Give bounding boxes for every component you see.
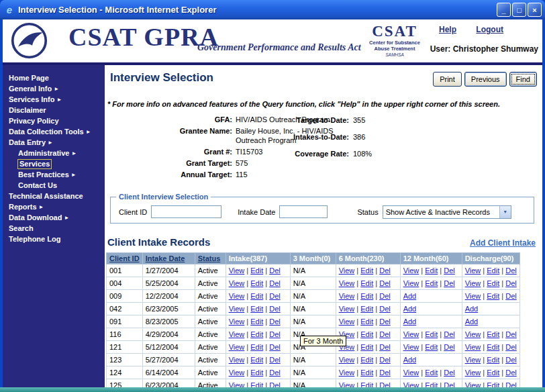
del-link[interactable]: Del — [379, 356, 391, 364]
edit-link[interactable]: Edit — [250, 279, 263, 287]
view-link[interactable]: View — [339, 356, 355, 364]
add-client-intake-link[interactable]: Add Client Intake — [470, 238, 536, 248]
sidebar-item-telephone-log[interactable]: Telephone Log — [3, 234, 105, 244]
close-button[interactable]: × — [528, 3, 542, 17]
del-link[interactable]: Del — [444, 279, 455, 287]
edit-link[interactable]: Edit — [250, 317, 263, 326]
view-link[interactable]: View — [403, 330, 419, 338]
edit-link[interactable]: Edit — [360, 317, 373, 326]
edit-link[interactable]: Edit — [250, 266, 263, 275]
view-link[interactable]: View — [229, 330, 245, 338]
edit-link[interactable]: Edit — [487, 356, 499, 364]
view-link[interactable]: View — [229, 317, 245, 326]
del-link[interactable]: Del — [444, 369, 455, 377]
del-link[interactable]: Del — [269, 330, 281, 338]
add-link[interactable]: Add — [403, 292, 417, 300]
sidebar-item-data-collection-tools[interactable]: Data Collection Tools► — [3, 127, 105, 137]
view-link[interactable]: View — [339, 279, 355, 287]
del-link[interactable]: Del — [269, 343, 281, 351]
view-link[interactable]: View — [229, 381, 245, 387]
edit-link[interactable]: Edit — [250, 305, 263, 313]
sidebar-item-disclaimer[interactable]: Disclaimer — [3, 105, 105, 115]
del-link[interactable]: Del — [269, 356, 281, 364]
edit-link[interactable]: Edit — [425, 343, 438, 351]
edit-link[interactable]: Edit — [250, 330, 263, 338]
view-link[interactable]: View — [229, 279, 245, 287]
edit-link[interactable]: Edit — [360, 369, 373, 377]
edit-link[interactable]: Edit — [425, 266, 438, 275]
sidebar-item-services-info[interactable]: Services Info► — [3, 95, 105, 105]
sidebar-item-data-entry[interactable]: Data Entry► — [3, 138, 105, 148]
edit-link[interactable]: Edit — [487, 369, 499, 377]
status-select[interactable]: Show Active & Inactive Records ▼ — [383, 205, 511, 219]
sidebar-item-technical-assistance[interactable]: Technical Assistance — [3, 191, 105, 201]
del-link[interactable]: Del — [269, 266, 281, 275]
del-link[interactable]: Del — [505, 330, 517, 338]
view-link[interactable]: View — [229, 343, 245, 351]
edit-link[interactable]: Edit — [487, 381, 499, 387]
del-link[interactable]: Del — [444, 343, 455, 351]
del-link[interactable]: Del — [269, 317, 281, 326]
view-link[interactable]: View — [229, 292, 245, 300]
view-link[interactable]: View — [339, 292, 355, 300]
view-link[interactable]: View — [403, 381, 419, 387]
del-link[interactable]: Del — [379, 305, 391, 313]
col-header-intake-date[interactable]: Intake Date — [142, 253, 195, 264]
del-link[interactable]: Del — [505, 343, 517, 351]
del-link[interactable]: Del — [505, 266, 517, 275]
add-link[interactable]: Add — [403, 305, 417, 313]
view-link[interactable]: View — [339, 305, 355, 313]
sidebar-item-search[interactable]: Search — [3, 224, 105, 234]
view-link[interactable]: View — [403, 279, 419, 287]
del-link[interactable]: Del — [379, 369, 391, 377]
view-link[interactable]: View — [465, 369, 481, 377]
edit-link[interactable]: Edit — [425, 279, 438, 287]
sort-client-id-link[interactable]: Client ID — [109, 254, 140, 262]
sidebar-item-privacy-policy[interactable]: Privacy Policy — [3, 116, 105, 126]
del-link[interactable]: Del — [379, 317, 391, 326]
edit-link[interactable]: Edit — [360, 266, 373, 275]
minimize-button[interactable]: _ — [497, 3, 511, 17]
del-link[interactable]: Del — [269, 381, 281, 387]
view-link[interactable]: View — [403, 266, 419, 275]
edit-link[interactable]: Edit — [487, 292, 499, 300]
view-link[interactable]: View — [229, 356, 245, 364]
edit-link[interactable]: Edit — [487, 266, 499, 275]
sidebar-item-data-download[interactable]: Data Download► — [3, 213, 105, 223]
edit-link[interactable]: Edit — [487, 279, 499, 287]
edit-link[interactable]: Edit — [250, 292, 263, 300]
edit-link[interactable]: Edit — [250, 356, 263, 364]
view-link[interactable]: View — [465, 266, 481, 275]
sort-status-link[interactable]: Status — [198, 254, 221, 262]
del-link[interactable]: Del — [444, 330, 455, 338]
find-button[interactable]: Find — [509, 72, 537, 87]
sidebar-item-contact-us[interactable]: Contact Us — [3, 181, 105, 191]
edit-link[interactable]: Edit — [360, 305, 373, 313]
edit-link[interactable]: Edit — [487, 343, 499, 351]
del-link[interactable]: Del — [269, 369, 281, 377]
edit-link[interactable]: Edit — [360, 292, 373, 300]
del-link[interactable]: Del — [444, 381, 455, 387]
edit-link[interactable]: Edit — [360, 381, 373, 387]
del-link[interactable]: Del — [505, 369, 517, 377]
sidebar-item-best-practices[interactable]: Best Practices► — [3, 170, 105, 180]
edit-link[interactable]: Edit — [425, 381, 438, 387]
client-id-input[interactable] — [151, 205, 221, 218]
del-link[interactable]: Del — [379, 343, 391, 351]
edit-link[interactable]: Edit — [360, 343, 373, 351]
view-link[interactable]: View — [465, 292, 481, 300]
edit-link[interactable]: Edit — [250, 381, 263, 387]
del-link[interactable]: Del — [505, 381, 517, 387]
del-link[interactable]: Del — [444, 266, 455, 275]
edit-link[interactable]: Edit — [360, 279, 373, 287]
add-link[interactable]: Add — [403, 356, 417, 364]
sidebar-item-home-page[interactable]: Home Page — [3, 73, 105, 83]
view-link[interactable]: View — [229, 305, 245, 313]
del-link[interactable]: Del — [505, 356, 517, 364]
view-link[interactable]: View — [339, 369, 355, 377]
view-link[interactable]: View — [465, 381, 481, 387]
add-link[interactable]: Add — [465, 305, 479, 313]
view-link[interactable]: View — [465, 356, 481, 364]
view-link[interactable]: View — [465, 279, 481, 287]
logout-link[interactable]: Logout — [476, 25, 503, 34]
